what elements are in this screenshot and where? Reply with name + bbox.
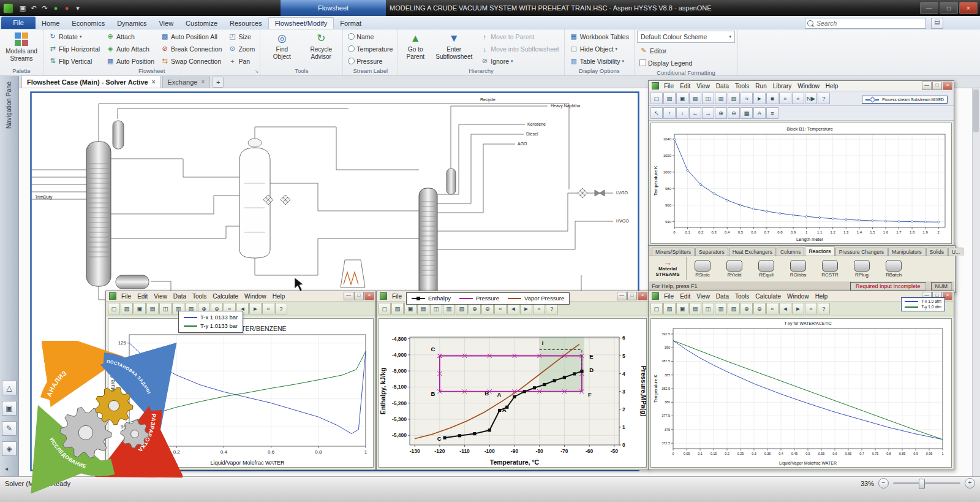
- help-icon[interactable]: ?: [818, 303, 830, 314]
- close-tab-icon[interactable]: ×: [201, 78, 205, 85]
- table-visibility-button[interactable]: ▥Table Visibility▾: [567, 55, 631, 67]
- menu-item[interactable]: Tools: [189, 293, 209, 300]
- new-icon[interactable]: ▢: [650, 93, 663, 104]
- palette-tab[interactable]: Separators: [695, 248, 728, 256]
- legend-icon[interactable]: ≡: [766, 107, 778, 119]
- print-icon[interactable]: ▤: [689, 303, 701, 314]
- flowsheet-document-tab[interactable]: Flowsheet Case (Main) - Solver Active ×: [21, 75, 161, 88]
- go-to-parent-button[interactable]: ▲ Go to Parent: [401, 31, 430, 60]
- new-tab-button[interactable]: +: [213, 77, 224, 88]
- ribbon-tab[interactable]: Format: [334, 18, 368, 29]
- flask-icon[interactable]: △: [2, 381, 17, 395]
- menu-item[interactable]: File: [118, 293, 134, 300]
- zoom-slider-thumb[interactable]: [919, 479, 925, 489]
- minimize-button[interactable]: —: [344, 292, 353, 300]
- stop-icon[interactable]: ■: [766, 93, 778, 104]
- models-and-streams-button[interactable]: Models and Streams: [2, 31, 40, 62]
- menu-item[interactable]: Run: [752, 83, 769, 89]
- recycle-advisor-button[interactable]: ↻ Recycle Advisor: [302, 31, 340, 60]
- print-preview-icon[interactable]: ◫: [430, 303, 442, 314]
- save-icon[interactable]: ▣: [676, 303, 688, 314]
- dialog-launcher-icon[interactable]: ↘: [255, 69, 259, 74]
- plot-icon[interactable]: ≈: [741, 93, 753, 104]
- flip-horizontal-button[interactable]: ⇄Flip Horizontal: [46, 43, 102, 55]
- move-to-parent-button[interactable]: ↑Move to Parent: [478, 31, 561, 42]
- print-preview-icon[interactable]: ◫: [702, 303, 714, 314]
- open-icon[interactable]: ▧: [121, 303, 133, 314]
- maximize-button[interactable]: □: [354, 292, 364, 300]
- zoom-out-button[interactable]: −: [878, 478, 889, 489]
- collapse-pane-icon[interactable]: ◂: [5, 465, 8, 472]
- zoom-out-icon[interactable]: ⊖: [481, 303, 494, 314]
- stream-label-pressure-option[interactable]: Pressure: [345, 55, 395, 67]
- close-button[interactable]: ×: [943, 82, 952, 90]
- print-icon[interactable]: ▤: [689, 93, 701, 104]
- display-legend-checkbox[interactable]: Display Legend: [637, 57, 735, 69]
- print-icon[interactable]: ▤: [146, 303, 159, 314]
- rotate-button[interactable]: ↻Rotate▾: [46, 31, 102, 42]
- auto-position-button[interactable]: ▦Auto Position: [104, 55, 157, 67]
- reactor-model-button[interactable]: RCSTR: [814, 260, 846, 278]
- last-icon[interactable]: »: [805, 303, 817, 314]
- menu-item[interactable]: Edit: [677, 83, 693, 89]
- reactor-model-button[interactable]: RPlug: [846, 260, 878, 278]
- new-icon[interactable]: ▢: [108, 303, 120, 314]
- save-icon[interactable]: ▣: [17, 3, 28, 13]
- flip-vertical-button[interactable]: ⇅Flip Vertical: [46, 55, 102, 67]
- palette-tab[interactable]: Pressure Changers: [835, 248, 888, 256]
- menu-item[interactable]: Window: [794, 83, 823, 89]
- menu-item[interactable]: View: [693, 293, 713, 300]
- palette-tab[interactable]: U...: [948, 248, 963, 256]
- copy-icon[interactable]: ▥: [443, 303, 455, 314]
- first-icon[interactable]: «: [494, 303, 507, 314]
- new-icon[interactable]: ▢: [650, 303, 663, 314]
- zoom-in-button[interactable]: +: [965, 478, 975, 489]
- ribbon-tab[interactable]: Customize: [179, 18, 224, 29]
- menu-item[interactable]: Data: [713, 293, 732, 300]
- paste-icon[interactable]: ▨: [728, 93, 740, 104]
- auto-position-all-button[interactable]: ▩Auto Position All: [158, 31, 224, 42]
- grid-icon[interactable]: ▦: [741, 107, 753, 119]
- menu-item[interactable]: Calculate: [752, 293, 784, 300]
- palette-tab[interactable]: Reactors: [805, 246, 834, 256]
- ribbon-tab[interactable]: Home: [36, 18, 66, 29]
- maximize-button[interactable]: □: [627, 292, 637, 300]
- chart-area-txy-acetic[interactable]: 00.050.10.150.20.250.30.350.40.450.50.55…: [650, 318, 952, 468]
- help-icon[interactable]: ?: [275, 303, 287, 314]
- reactor-model-button[interactable]: REquil: [750, 260, 782, 278]
- menu-item[interactable]: Data: [170, 293, 189, 300]
- menu-item[interactable]: File: [389, 293, 405, 300]
- reactor-model-button[interactable]: RGibbs: [782, 260, 814, 278]
- save-icon[interactable]: ▣: [404, 303, 417, 314]
- search-input[interactable]: [815, 19, 924, 28]
- distillation-column-main[interactable]: [86, 142, 111, 286]
- menu-item[interactable]: Data: [713, 83, 732, 89]
- select-icon[interactable]: ↖: [650, 107, 663, 119]
- close-tab-icon[interactable]: ×: [152, 78, 156, 85]
- chart-area-txy-benzene[interactable]: 00.20.40.60.8195105115125T-xy for WATER/…: [108, 318, 374, 468]
- zoom-in-icon[interactable]: ⊕: [469, 303, 481, 314]
- move-into-subflowsheet-button[interactable]: ↓Move into Subflowsheet: [478, 43, 561, 55]
- run-icon[interactable]: ►: [753, 93, 766, 104]
- save-icon[interactable]: ▣: [676, 93, 688, 104]
- palette-tab[interactable]: Columns: [777, 248, 805, 256]
- attach-button[interactable]: ⊕Attach: [104, 31, 157, 42]
- minimize-button[interactable]: —: [920, 2, 938, 14]
- menu-item[interactable]: File: [661, 293, 677, 300]
- reflux-drum[interactable]: [113, 121, 124, 149]
- open-icon[interactable]: ▧: [391, 303, 404, 314]
- workbook-tables-button[interactable]: ▦Workbook Tables: [567, 31, 631, 42]
- enter-subflowsheet-button[interactable]: ▼ Enter Subflowsheet: [431, 31, 477, 60]
- zoom-slider[interactable]: [893, 482, 960, 484]
- undo-icon[interactable]: ↶: [28, 3, 39, 13]
- palette-tab[interactable]: Manipulators: [888, 248, 925, 256]
- ribbon-tab[interactable]: Resources: [224, 18, 268, 29]
- ribbon-tab[interactable]: Dynamics: [111, 18, 153, 29]
- contextual-tab-group[interactable]: Flowsheet: [281, 0, 386, 16]
- colour-scheme-dropdown[interactable]: Default Colour Scheme▾: [637, 31, 735, 43]
- reset-icon[interactable]: «: [792, 93, 804, 104]
- print-icon[interactable]: ▤: [417, 303, 429, 314]
- next-icon[interactable]: ►: [792, 303, 804, 314]
- step-icon[interactable]: »: [779, 93, 791, 104]
- print-preview-icon[interactable]: ◫: [159, 303, 172, 314]
